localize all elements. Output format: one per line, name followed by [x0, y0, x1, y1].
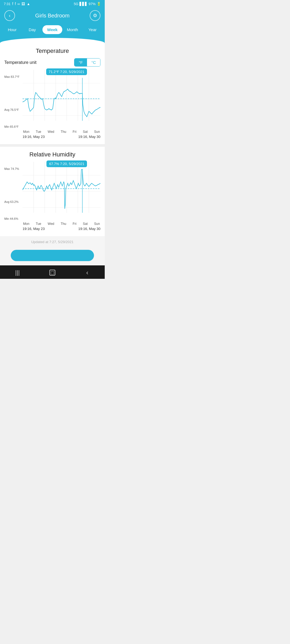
day-sat: Sat — [83, 130, 88, 134]
humidity-tooltip: 67.7% 7:20, 5/29/2021 — [46, 160, 87, 167]
hum-day-sun: Sun — [94, 222, 100, 226]
hum-avg-label: Avg 63.2% — [4, 200, 23, 203]
signal-label: 5G — [74, 2, 78, 6]
hum-day-fri: Fri — [73, 222, 77, 226]
hum-min-label: Min 44.6% — [4, 217, 23, 221]
status-right: 5G ▋▋▋ 97% 🔋 — [74, 2, 101, 6]
day-tue: Tue — [36, 130, 41, 134]
temperature-chart-area: 71.2°F 7:20, 5/29/2021 — [23, 70, 100, 134]
wave-separator — [0, 38, 105, 43]
fb-icon: f — [12, 2, 13, 6]
temperature-date-start: 19:16, May 23 — [23, 135, 45, 139]
temperature-date-range: 19:16, May 23 19:16, May 30 — [23, 135, 100, 139]
tab-day[interactable]: Day — [22, 25, 42, 34]
action-button[interactable] — [11, 250, 94, 261]
humidity-chart-svg — [23, 162, 100, 221]
unit-selector: Temperature unit °F °C — [4, 58, 100, 67]
battery-label: 97% — [89, 2, 96, 6]
status-left: 7:31 f f ∞ 🖼 ▲ — [4, 2, 30, 6]
day-fri: Fri — [73, 130, 77, 134]
nav-home-button[interactable]: □ — [46, 269, 59, 277]
hum-day-wed: Wed — [48, 222, 54, 226]
humidity-date-range: 19:16, May 23 19:16, May 30 — [23, 227, 100, 231]
humidity-chart-area: 67.7% 7:20, 5/29/2021 — [23, 162, 100, 226]
tab-week[interactable]: Week — [42, 25, 63, 34]
home-icon: □ — [49, 270, 55, 276]
humidity-date-start: 19:16, May 23 — [23, 227, 45, 231]
day-mon: Mon — [23, 130, 29, 134]
link-icon: ∞ — [17, 2, 20, 6]
day-wed: Wed — [48, 130, 54, 134]
unit-label: Temperature unit — [4, 60, 37, 65]
tab-bar: Hour Day Week Month Year — [0, 25, 105, 38]
temp-max-label: Max 83.7°F — [4, 70, 23, 78]
day-thu: Thu — [61, 130, 66, 134]
tab-hour[interactable]: Hour — [2, 25, 22, 34]
unit-celsius-button[interactable]: °C — [87, 58, 100, 66]
updated-label: Updated at 7:27, 5/29/2021 — [31, 240, 74, 244]
nav-bar: ||| □ ‹ — [0, 265, 105, 279]
settings-button[interactable]: ⚙ — [90, 10, 100, 21]
image-icon: 🖼 — [21, 2, 25, 6]
unit-buttons: °F °C — [74, 58, 100, 67]
footer: Updated at 7:27, 5/29/2021 — [0, 236, 105, 248]
battery-icon: 🔋 — [97, 2, 101, 6]
temperature-chart-svg — [23, 70, 100, 129]
page-title: Girls Bedroom — [35, 13, 70, 19]
gear-icon: ⚙ — [93, 13, 97, 19]
wifi-icon: ▲ — [27, 2, 30, 6]
hum-day-tue: Tue — [36, 222, 41, 226]
hum-day-mon: Mon — [23, 222, 29, 226]
main-content: Temperature Temperature unit °F °C Max 8… — [0, 43, 105, 265]
nav-back-button[interactable]: ‹ — [81, 269, 94, 277]
temperature-chart-container: Max 83.7°F Avg 76.5°F Min 65.6°F 71.2°F … — [4, 70, 100, 139]
time: 7:31 — [4, 2, 10, 6]
humidity-section: Relative Humidity Max 74.7% Avg 63.2% Mi… — [0, 147, 105, 234]
temp-avg-label: Avg 76.5°F — [4, 108, 23, 111]
humidity-tooltip-text: 67.7% 7:20, 5/29/2021 — [49, 162, 84, 166]
temperature-tooltip-text: 71.2°F 7:20, 5/29/2021 — [49, 70, 84, 74]
humidity-chart-container: Max 74.7% Avg 63.2% Min 44.6% 67.7% 7:20… — [4, 162, 100, 231]
hum-day-thu: Thu — [61, 222, 66, 226]
back-icon: ‹ — [9, 13, 10, 19]
temperature-date-end: 19:16, May 30 — [78, 135, 100, 139]
day-sun: Sun — [94, 130, 100, 134]
back-button[interactable]: ‹ — [4, 10, 15, 21]
back-nav-icon: ‹ — [86, 269, 88, 276]
temp-min-label: Min 65.6°F — [4, 125, 23, 129]
menu-icon: ||| — [15, 269, 20, 276]
temperature-day-labels: Mon Tue Wed Thu Fri Sat Sun — [23, 130, 100, 134]
section-separator — [0, 144, 105, 147]
nav-menu-button[interactable]: ||| — [11, 269, 24, 277]
temperature-title: Temperature — [4, 47, 100, 54]
humidity-title: Relative Humidity — [4, 151, 100, 158]
unit-fahrenheit-button[interactable]: °F — [74, 58, 87, 66]
temperature-tooltip: 71.2°F 7:20, 5/29/2021 — [46, 68, 87, 75]
humidity-day-labels: Mon Tue Wed Thu Fri Sat Sun — [23, 222, 100, 226]
hum-max-label: Max 74.7% — [4, 162, 23, 170]
tab-month[interactable]: Month — [62, 25, 82, 34]
hum-day-sat: Sat — [83, 222, 88, 226]
signal-bars: ▋▋▋ — [79, 2, 88, 6]
action-button-area — [0, 248, 105, 265]
fb-icon2: f — [15, 2, 16, 6]
status-bar: 7:31 f f ∞ 🖼 ▲ 5G ▋▋▋ 97% 🔋 — [0, 0, 105, 8]
humidity-date-end: 19:16, May 30 — [78, 227, 100, 231]
header: ‹ Girls Bedroom ⚙ — [0, 8, 105, 25]
temperature-section: Temperature Temperature unit °F °C Max 8… — [0, 43, 105, 142]
tab-year[interactable]: Year — [82, 25, 103, 34]
